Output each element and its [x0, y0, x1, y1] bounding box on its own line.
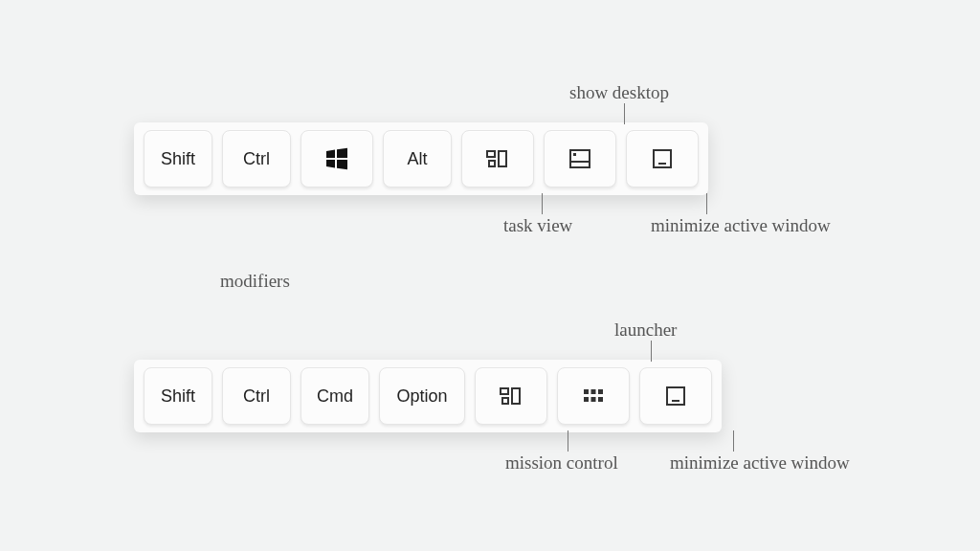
- svg-marker-2: [326, 160, 335, 167]
- annot-minimize: minimize active window: [651, 215, 831, 236]
- key-windows[interactable]: [301, 130, 373, 187]
- svg-rect-7: [570, 150, 590, 167]
- key-task-view[interactable]: [461, 130, 534, 187]
- svg-rect-20: [598, 397, 603, 402]
- key-launcher[interactable]: [557, 367, 630, 425]
- svg-rect-9: [573, 153, 576, 156]
- key-label: Shift: [161, 386, 195, 407]
- svg-rect-21: [667, 387, 684, 405]
- key-label: Option: [396, 386, 447, 407]
- svg-rect-17: [598, 389, 603, 394]
- key-alt[interactable]: Alt: [383, 130, 452, 187]
- key-label: Alt: [407, 149, 427, 169]
- svg-rect-10: [654, 150, 671, 167]
- key-ctrl[interactable]: Ctrl: [222, 130, 291, 187]
- svg-marker-3: [337, 160, 347, 169]
- key-ctrl[interactable]: Ctrl: [222, 367, 291, 425]
- section-label: modifiers: [220, 271, 290, 292]
- svg-rect-14: [512, 388, 520, 404]
- annot-minimize: minimize active window: [670, 452, 850, 474]
- key-label: Shift: [161, 149, 195, 169]
- toolbar-windows: Shift Ctrl Alt: [134, 122, 708, 195]
- key-cmd[interactable]: Cmd: [301, 367, 369, 425]
- minimize-window-icon: [662, 383, 689, 409]
- svg-marker-1: [337, 148, 347, 158]
- svg-rect-12: [501, 388, 508, 394]
- leader-line: [706, 193, 707, 214]
- windows-logo-icon: [324, 146, 349, 171]
- annot-show-desktop: show desktop: [569, 82, 669, 103]
- svg-rect-4: [487, 151, 495, 157]
- svg-rect-16: [591, 389, 596, 394]
- leader-line: [651, 341, 652, 362]
- svg-rect-15: [584, 389, 589, 394]
- svg-rect-6: [499, 151, 506, 166]
- leader-line: [733, 430, 734, 452]
- toolbar-mac: Shift Ctrl Cmd Option: [134, 360, 722, 432]
- svg-rect-13: [502, 398, 508, 404]
- mission-control-icon: [498, 383, 524, 409]
- annot-mission-control: mission control: [505, 452, 618, 474]
- leader-line: [542, 193, 543, 214]
- key-label: Ctrl: [243, 149, 270, 169]
- key-shift[interactable]: Shift: [144, 367, 212, 425]
- task-view-icon: [484, 145, 511, 172]
- svg-rect-5: [489, 161, 495, 166]
- svg-rect-18: [584, 397, 589, 402]
- minimize-window-icon: [649, 145, 676, 172]
- key-minimize-window[interactable]: [626, 130, 699, 187]
- leader-line: [568, 430, 568, 452]
- show-desktop-icon: [567, 145, 593, 172]
- key-mission-control[interactable]: [475, 367, 547, 425]
- key-label: Ctrl: [243, 386, 270, 407]
- annot-task-view: task view: [503, 215, 572, 236]
- svg-rect-19: [591, 397, 596, 402]
- svg-marker-0: [326, 150, 335, 158]
- launcher-icon: [580, 383, 607, 409]
- key-label: Cmd: [317, 386, 353, 407]
- key-shift[interactable]: Shift: [144, 130, 212, 187]
- key-minimize-window[interactable]: [639, 367, 712, 425]
- annot-launcher: launcher: [614, 320, 677, 341]
- key-option[interactable]: Option: [379, 367, 465, 425]
- key-show-desktop[interactable]: [544, 130, 616, 187]
- leader-line: [624, 103, 625, 124]
